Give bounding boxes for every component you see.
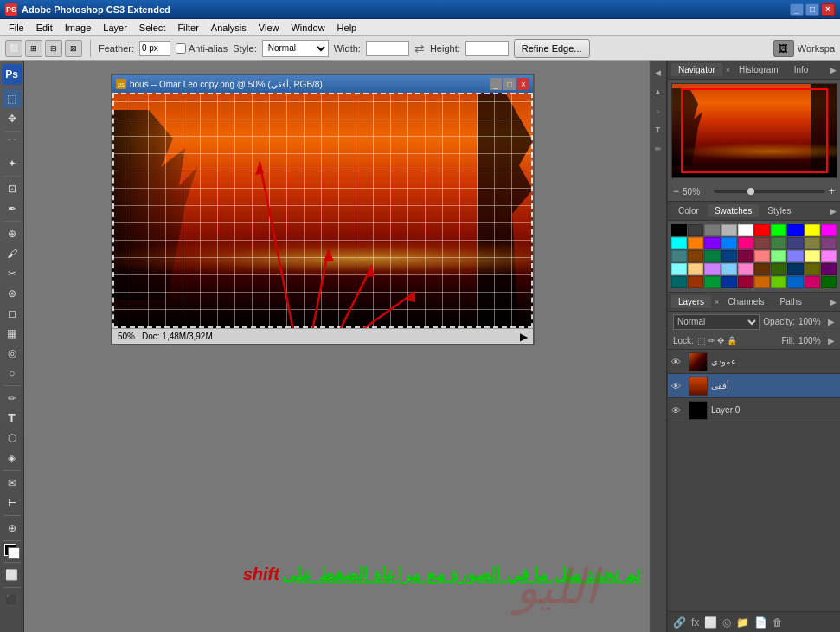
layer-visibility-icon[interactable]: 👁 <box>671 381 685 391</box>
swatch-cell[interactable] <box>805 263 820 275</box>
lock-transparent-icon[interactable]: ⬚ <box>697 336 705 345</box>
swatch-cell[interactable] <box>688 224 703 236</box>
swatch-cell[interactable] <box>787 250 803 262</box>
swatch-cell[interactable] <box>721 276 737 288</box>
lock-position-icon[interactable]: ✥ <box>717 336 724 345</box>
subtract-selection-btn[interactable]: ⊟ <box>45 40 62 57</box>
layer-row[interactable]: 👁Layer 0 <box>668 398 840 422</box>
swatch-cell[interactable] <box>671 250 687 262</box>
swatch-cell[interactable] <box>671 276 687 288</box>
swatch-cell[interactable] <box>805 250 820 262</box>
swatch-cell[interactable] <box>787 276 803 288</box>
close-button[interactable]: × <box>821 3 835 16</box>
swatch-cell[interactable] <box>721 263 737 275</box>
width-input[interactable] <box>366 41 409 56</box>
tab-info[interactable]: Info <box>787 63 816 76</box>
tool-path[interactable]: ✏ <box>3 389 22 408</box>
menu-select[interactable]: Select <box>134 21 171 35</box>
swatch-cell[interactable] <box>787 263 803 275</box>
tool-shape[interactable]: ⬡ <box>3 429 22 448</box>
doc-minimize-button[interactable]: _ <box>490 78 502 90</box>
tool-notes[interactable]: ✉ <box>3 474 22 493</box>
swatch-cell[interactable] <box>738 224 753 236</box>
new-layer-btn[interactable]: 📄 <box>754 616 767 629</box>
swatch-cell[interactable] <box>671 224 687 236</box>
tab-navigator[interactable]: Navigator <box>671 63 722 76</box>
swatch-cell[interactable] <box>771 250 786 262</box>
swatch-cell[interactable] <box>821 276 837 288</box>
swatch-cell[interactable] <box>688 237 703 249</box>
color-options-btn[interactable]: ▶ <box>830 207 837 216</box>
swatch-cell[interactable] <box>704 237 720 249</box>
doc-maximize-button[interactable]: □ <box>503 78 516 90</box>
doc-close-button[interactable]: × <box>517 78 529 90</box>
menu-view[interactable]: View <box>253 21 285 35</box>
swatch-cell[interactable] <box>805 276 820 288</box>
tool-crop[interactable]: ⊡ <box>3 179 22 198</box>
swatch-cell[interactable] <box>821 263 837 275</box>
swatch-cell[interactable] <box>754 276 770 288</box>
menu-image[interactable]: Image <box>60 21 97 35</box>
navigator-close[interactable]: × <box>726 66 730 74</box>
tool-type[interactable]: T <box>3 409 22 428</box>
tool-marquee[interactable]: ⬚ <box>3 89 22 108</box>
link-layers-btn[interactable]: 🔗 <box>673 616 686 629</box>
menu-layer[interactable]: Layer <box>98 21 132 35</box>
strip-btn-3d[interactable]: ⬦ <box>651 102 665 119</box>
fx-btn[interactable]: fx <box>691 616 699 629</box>
zoom-slider[interactable] <box>714 190 825 193</box>
feather-input[interactable] <box>139 41 170 56</box>
swatch-cell[interactable] <box>771 224 786 236</box>
layer-row[interactable]: 👁أفقي <box>668 374 840 398</box>
zoom-out-btn[interactable]: − <box>673 185 679 197</box>
swatch-cell[interactable] <box>688 250 703 262</box>
new-selection-btn[interactable]: ⬜ <box>5 40 22 57</box>
delete-layer-btn[interactable]: 🗑 <box>773 616 783 629</box>
fill-btn[interactable]: ▶ <box>828 336 835 345</box>
new-group-btn[interactable]: 📁 <box>736 616 749 629</box>
swatch-cell[interactable] <box>754 224 770 236</box>
strip-btn-type[interactable]: T <box>651 121 665 139</box>
swatch-cell[interactable] <box>688 263 703 275</box>
tab-paths[interactable]: Paths <box>773 295 810 308</box>
swatch-cell[interactable] <box>821 224 837 236</box>
zoom-slider-thumb[interactable] <box>747 188 754 195</box>
swatch-cell[interactable] <box>721 224 737 236</box>
minimize-button[interactable]: _ <box>790 3 804 16</box>
swatch-cell[interactable] <box>754 263 770 275</box>
tool-magic-wand[interactable]: ✦ <box>3 154 22 173</box>
swatch-cell[interactable] <box>738 237 753 249</box>
swatch-cell[interactable] <box>688 276 703 288</box>
tool-healing[interactable]: ⊕ <box>3 224 22 243</box>
swatch-cell[interactable] <box>704 250 720 262</box>
antialiased-checkbox[interactable] <box>176 43 186 54</box>
nav-view-rect[interactable] <box>681 88 828 173</box>
strip-btn-arrow[interactable]: ▲ <box>651 83 665 100</box>
tab-color[interactable]: Color <box>671 204 706 217</box>
swatch-cell[interactable] <box>754 250 770 262</box>
tool-eraser[interactable]: ◻ <box>3 304 22 323</box>
tool-measure[interactable]: ⊢ <box>3 493 22 513</box>
height-input[interactable] <box>465 41 509 56</box>
swatch-cell[interactable] <box>771 263 786 275</box>
swatch-cell[interactable] <box>787 224 803 236</box>
zoom-in-btn[interactable]: + <box>829 185 835 197</box>
swatch-cell[interactable] <box>671 263 687 275</box>
tool-clone[interactable]: ✂ <box>3 264 22 283</box>
adjustment-btn[interactable]: ◎ <box>722 616 731 629</box>
background-color[interactable] <box>8 547 20 559</box>
tool-gradient[interactable]: ▦ <box>3 324 22 343</box>
swatch-cell[interactable] <box>821 237 837 249</box>
tool-blur[interactable]: ◎ <box>3 344 22 363</box>
document-canvas[interactable] <box>112 93 533 328</box>
tool-quick-mask[interactable]: ⬜ <box>3 565 22 584</box>
layer-visibility-icon[interactable]: 👁 <box>671 357 685 367</box>
maximize-button[interactable]: □ <box>805 3 819 16</box>
intersect-selection-btn[interactable]: ⊠ <box>65 40 82 57</box>
opacity-btn[interactable]: ▶ <box>828 317 835 326</box>
tab-swatches[interactable]: Swatches <box>708 204 759 217</box>
lock-all-icon[interactable]: 🔒 <box>727 336 737 345</box>
swatch-cell[interactable] <box>787 237 803 249</box>
swatch-cell[interactable] <box>704 224 720 236</box>
layers-options-btn[interactable]: ▶ <box>830 298 837 306</box>
